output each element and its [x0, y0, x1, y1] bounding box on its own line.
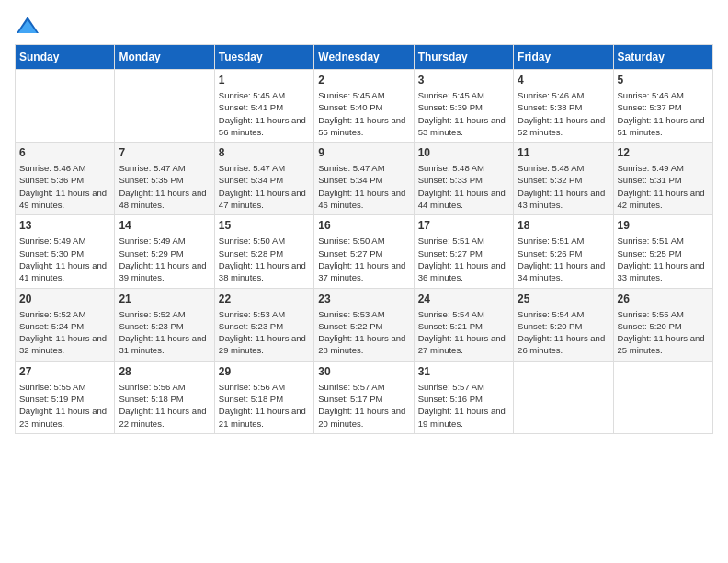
calendar-cell: 27Sunrise: 5:55 AM Sunset: 5:19 PM Dayli…: [16, 361, 115, 433]
calendar-cell: 23Sunrise: 5:53 AM Sunset: 5:22 PM Dayli…: [314, 288, 414, 361]
day-number: 24: [418, 293, 509, 305]
calendar-cell: 12Sunrise: 5:49 AM Sunset: 5:31 PM Dayli…: [613, 143, 712, 215]
calendar-cell: 11Sunrise: 5:48 AM Sunset: 5:32 PM Dayli…: [514, 143, 613, 215]
day-number: 28: [119, 365, 210, 378]
day-number: 27: [19, 365, 110, 378]
day-header-monday: Monday: [115, 45, 214, 70]
day-number: 1: [219, 74, 310, 86]
day-number: 25: [518, 293, 609, 305]
calendar-cell: 22Sunrise: 5:53 AM Sunset: 5:23 PM Dayli…: [214, 288, 313, 361]
day-info: Sunrise: 5:46 AM Sunset: 5:37 PM Dayligh…: [618, 89, 709, 138]
day-number: 11: [518, 146, 609, 159]
day-info: Sunrise: 5:54 AM Sunset: 5:20 PM Dayligh…: [518, 308, 609, 357]
day-number: 30: [318, 365, 409, 378]
day-number: 22: [219, 293, 310, 305]
day-number: 17: [418, 219, 509, 232]
day-info: Sunrise: 5:48 AM Sunset: 5:33 PM Dayligh…: [418, 162, 509, 211]
day-info: Sunrise: 5:52 AM Sunset: 5:24 PM Dayligh…: [19, 308, 110, 357]
calendar-cell: 4Sunrise: 5:46 AM Sunset: 5:38 PM Daylig…: [514, 70, 613, 143]
calendar-cell: [613, 361, 712, 433]
day-info: Sunrise: 5:48 AM Sunset: 5:32 PM Dayligh…: [518, 162, 609, 211]
day-number: 26: [618, 293, 709, 305]
calendar-cell: 29Sunrise: 5:56 AM Sunset: 5:18 PM Dayli…: [214, 361, 313, 433]
calendar-cell: 9Sunrise: 5:47 AM Sunset: 5:34 PM Daylig…: [314, 143, 414, 215]
calendar-cell: 28Sunrise: 5:56 AM Sunset: 5:18 PM Dayli…: [115, 361, 214, 433]
day-info: Sunrise: 5:50 AM Sunset: 5:27 PM Dayligh…: [318, 235, 409, 283]
day-number: 7: [119, 146, 210, 159]
day-number: 15: [219, 219, 310, 232]
day-info: Sunrise: 5:53 AM Sunset: 5:22 PM Dayligh…: [318, 308, 409, 357]
calendar-cell: 10Sunrise: 5:48 AM Sunset: 5:33 PM Dayli…: [414, 143, 513, 215]
day-info: Sunrise: 5:49 AM Sunset: 5:31 PM Dayligh…: [618, 162, 709, 211]
day-header-saturday: Saturday: [613, 45, 712, 70]
logo-icon: [15, 15, 40, 37]
day-number: 21: [119, 293, 210, 305]
day-info: Sunrise: 5:55 AM Sunset: 5:19 PM Dayligh…: [19, 381, 110, 430]
calendar-header-row: SundayMondayTuesdayWednesdayThursdayFrid…: [16, 45, 713, 70]
day-info: Sunrise: 5:51 AM Sunset: 5:27 PM Dayligh…: [418, 235, 509, 283]
day-info: Sunrise: 5:45 AM Sunset: 5:41 PM Dayligh…: [219, 89, 310, 138]
day-info: Sunrise: 5:54 AM Sunset: 5:21 PM Dayligh…: [418, 308, 509, 357]
day-number: 19: [618, 219, 709, 232]
day-info: Sunrise: 5:57 AM Sunset: 5:17 PM Dayligh…: [318, 381, 409, 430]
day-info: Sunrise: 5:45 AM Sunset: 5:40 PM Dayligh…: [318, 89, 409, 138]
day-info: Sunrise: 5:56 AM Sunset: 5:18 PM Dayligh…: [219, 381, 310, 430]
day-info: Sunrise: 5:56 AM Sunset: 5:18 PM Dayligh…: [119, 381, 210, 430]
calendar-week-1: 1Sunrise: 5:45 AM Sunset: 5:41 PM Daylig…: [16, 70, 713, 143]
day-number: 9: [318, 146, 409, 159]
calendar-cell: [16, 70, 115, 143]
day-number: 10: [418, 146, 509, 159]
day-info: Sunrise: 5:51 AM Sunset: 5:25 PM Dayligh…: [618, 235, 709, 283]
calendar-cell: 24Sunrise: 5:54 AM Sunset: 5:21 PM Dayli…: [414, 288, 513, 361]
day-info: Sunrise: 5:53 AM Sunset: 5:23 PM Dayligh…: [219, 308, 310, 357]
day-info: Sunrise: 5:49 AM Sunset: 5:30 PM Dayligh…: [19, 235, 110, 283]
day-header-friday: Friday: [514, 45, 613, 70]
day-number: 14: [119, 219, 210, 232]
day-number: 20: [19, 293, 110, 305]
calendar-cell: 17Sunrise: 5:51 AM Sunset: 5:27 PM Dayli…: [414, 215, 513, 288]
day-info: Sunrise: 5:47 AM Sunset: 5:34 PM Dayligh…: [219, 162, 310, 211]
day-number: 18: [518, 219, 609, 232]
day-info: Sunrise: 5:47 AM Sunset: 5:34 PM Dayligh…: [318, 162, 409, 211]
day-info: Sunrise: 5:51 AM Sunset: 5:26 PM Dayligh…: [518, 235, 609, 283]
day-header-tuesday: Tuesday: [214, 45, 313, 70]
calendar-cell: 5Sunrise: 5:46 AM Sunset: 5:37 PM Daylig…: [613, 70, 712, 143]
day-number: 31: [418, 365, 509, 378]
calendar-table: SundayMondayTuesdayWednesdayThursdayFrid…: [15, 44, 713, 434]
day-info: Sunrise: 5:45 AM Sunset: 5:39 PM Dayligh…: [418, 89, 509, 138]
calendar-cell: 30Sunrise: 5:57 AM Sunset: 5:17 PM Dayli…: [314, 361, 414, 433]
logo: [15, 15, 44, 37]
day-info: Sunrise: 5:52 AM Sunset: 5:23 PM Dayligh…: [119, 308, 210, 357]
page-header: [15, 15, 713, 37]
day-info: Sunrise: 5:50 AM Sunset: 5:28 PM Dayligh…: [219, 235, 310, 283]
calendar-week-3: 13Sunrise: 5:49 AM Sunset: 5:30 PM Dayli…: [16, 215, 713, 288]
calendar-cell: 18Sunrise: 5:51 AM Sunset: 5:26 PM Dayli…: [514, 215, 613, 288]
calendar-cell: 8Sunrise: 5:47 AM Sunset: 5:34 PM Daylig…: [214, 143, 313, 215]
day-number: 23: [318, 293, 409, 305]
calendar-cell: [514, 361, 613, 433]
day-info: Sunrise: 5:46 AM Sunset: 5:38 PM Dayligh…: [518, 89, 609, 138]
calendar-cell: 14Sunrise: 5:49 AM Sunset: 5:29 PM Dayli…: [115, 215, 214, 288]
day-header-sunday: Sunday: [16, 45, 115, 70]
calendar-cell: 20Sunrise: 5:52 AM Sunset: 5:24 PM Dayli…: [16, 288, 115, 361]
day-number: 13: [19, 219, 110, 232]
calendar-cell: 15Sunrise: 5:50 AM Sunset: 5:28 PM Dayli…: [214, 215, 313, 288]
day-info: Sunrise: 5:55 AM Sunset: 5:20 PM Dayligh…: [618, 308, 709, 357]
day-info: Sunrise: 5:57 AM Sunset: 5:16 PM Dayligh…: [418, 381, 509, 430]
calendar-cell: [115, 70, 214, 143]
day-number: 29: [219, 365, 310, 378]
calendar-cell: 7Sunrise: 5:47 AM Sunset: 5:35 PM Daylig…: [115, 143, 214, 215]
calendar-week-5: 27Sunrise: 5:55 AM Sunset: 5:19 PM Dayli…: [16, 361, 713, 433]
calendar-cell: 25Sunrise: 5:54 AM Sunset: 5:20 PM Dayli…: [514, 288, 613, 361]
calendar-cell: 31Sunrise: 5:57 AM Sunset: 5:16 PM Dayli…: [414, 361, 513, 433]
day-number: 6: [19, 146, 110, 159]
calendar-cell: 13Sunrise: 5:49 AM Sunset: 5:30 PM Dayli…: [16, 215, 115, 288]
day-info: Sunrise: 5:47 AM Sunset: 5:35 PM Dayligh…: [119, 162, 210, 211]
day-header-wednesday: Wednesday: [314, 45, 414, 70]
day-number: 4: [518, 74, 609, 86]
day-number: 2: [318, 74, 409, 86]
calendar-cell: 6Sunrise: 5:46 AM Sunset: 5:36 PM Daylig…: [16, 143, 115, 215]
calendar-cell: 1Sunrise: 5:45 AM Sunset: 5:41 PM Daylig…: [214, 70, 313, 143]
calendar-week-4: 20Sunrise: 5:52 AM Sunset: 5:24 PM Dayli…: [16, 288, 713, 361]
day-info: Sunrise: 5:46 AM Sunset: 5:36 PM Dayligh…: [19, 162, 110, 211]
